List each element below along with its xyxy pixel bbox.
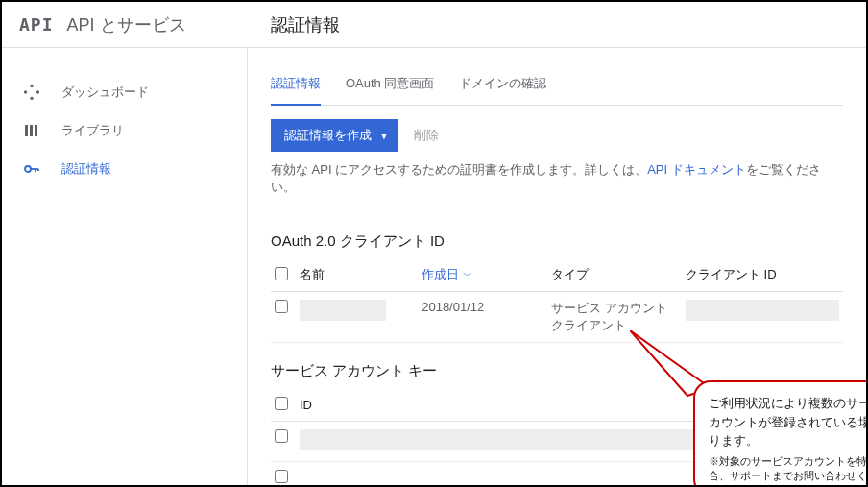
callout-main-text: ご利用状況により複数のサービスアカウントが登録されている場合があります。 xyxy=(709,396,866,448)
sidebar-item-label: ライブラリ xyxy=(61,122,124,139)
key-icon xyxy=(23,160,40,178)
tab-bar: 認証情報 OAuth 同意画面 ドメインの確認 xyxy=(271,48,843,106)
row-checkbox[interactable] xyxy=(275,429,288,443)
sidebar-item-label: 認証情報 xyxy=(61,160,111,178)
sidebar-item-credentials[interactable]: 認証情報 xyxy=(2,150,247,188)
svg-rect-6 xyxy=(35,125,37,136)
sidebar-item-dashboard[interactable]: ダッシュボード xyxy=(2,73,247,111)
helper-text: 有効な API にアクセスするための証明書を作成します。詳しくは、API ドキュ… xyxy=(271,161,843,213)
redacted-client-id xyxy=(686,300,839,321)
delete-button[interactable]: 削除 xyxy=(414,127,439,144)
svg-rect-1 xyxy=(24,90,28,94)
dashboard-icon xyxy=(23,84,40,101)
cell-created: 2018/01/12 xyxy=(418,292,547,343)
annotation-callout: ご利用状況により複数のサービスアカウントが登録されている場合があります。 ※対象… xyxy=(693,380,866,485)
tab-domain-verify[interactable]: ドメインの確認 xyxy=(459,75,546,105)
main-content: 認証情報 OAuth 同意画面 ドメインの確認 認証情報を作成 ▼ 削除 有効な… xyxy=(248,48,866,485)
select-all-checkbox[interactable] xyxy=(275,397,288,410)
top-bar: API API とサービス 認証情報 xyxy=(2,2,866,48)
row-checkbox[interactable] xyxy=(275,300,288,313)
chevron-down-icon: ▼ xyxy=(379,131,389,141)
product-title: API とサービス xyxy=(67,13,186,37)
library-icon xyxy=(23,122,40,139)
oauth-section-title: OAuth 2.0 クライアント ID xyxy=(271,213,843,258)
col-client-id[interactable]: クライアント ID xyxy=(682,258,843,292)
select-all-checkbox[interactable] xyxy=(275,267,288,280)
callout-note-text: ※対象のサービスアカウントを特定したい場合、サポートまでお問い合わせください。 xyxy=(709,454,866,484)
sidebar-item-library[interactable]: ライブラリ xyxy=(2,111,247,150)
sidebar-item-label: ダッシュボード xyxy=(61,84,149,101)
svg-rect-3 xyxy=(30,96,34,100)
create-credentials-button[interactable]: 認証情報を作成 ▼ xyxy=(271,119,398,152)
svg-rect-4 xyxy=(25,125,28,136)
svg-rect-5 xyxy=(30,125,33,136)
col-type[interactable]: タイプ xyxy=(547,258,682,292)
api-docs-link[interactable]: API ドキュメント xyxy=(647,162,746,177)
api-logo: API xyxy=(19,14,54,35)
tab-credentials[interactable]: 認証情報 xyxy=(271,75,321,106)
oauth-clients-table: 名前 作成日﹀ タイプ クライアント ID 2018/01/12 サービス アカ… xyxy=(271,258,843,343)
svg-rect-0 xyxy=(30,85,34,88)
col-created[interactable]: 作成日﹀ xyxy=(418,258,547,292)
svg-rect-2 xyxy=(36,90,39,94)
row-checkbox[interactable] xyxy=(275,470,288,483)
table-row[interactable]: 2018/01/12 サービス アカウント クライアント xyxy=(271,292,843,343)
tab-oauth-consent[interactable]: OAuth 同意画面 xyxy=(346,75,434,105)
page-title: 認証情報 xyxy=(271,13,340,37)
create-credentials-label: 認証情報を作成 xyxy=(284,127,372,144)
sidebar: ダッシュボード ライブラリ 認証情報 xyxy=(2,48,248,485)
sort-desc-icon: ﹀ xyxy=(463,270,472,280)
svg-point-7 xyxy=(25,166,31,172)
col-name[interactable]: 名前 xyxy=(296,258,419,292)
redacted-name xyxy=(300,300,386,321)
